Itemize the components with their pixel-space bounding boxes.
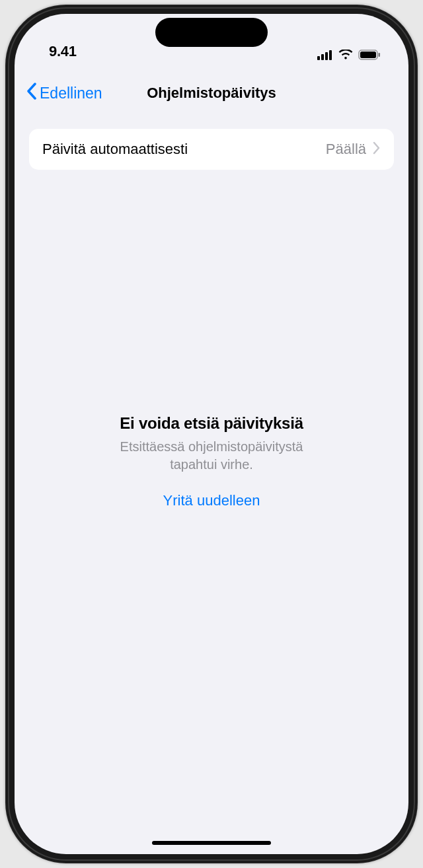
error-message: Etsittäessä ohjelmistopäivitystä tapahtu… [49, 438, 374, 474]
svg-rect-2 [325, 52, 328, 60]
auto-update-label: Päivitä automaattisesti [42, 141, 188, 158]
nav-bar: Edellinen Ohjelmistopäivitys [15, 73, 408, 113]
status-time: 9.41 [49, 43, 77, 60]
auto-update-value: Päällä [326, 141, 366, 158]
retry-button[interactable]: Yritä uudelleen [49, 492, 374, 509]
cellular-icon [317, 50, 333, 60]
battery-icon [358, 50, 381, 60]
svg-rect-0 [317, 56, 320, 60]
home-indicator[interactable] [152, 841, 271, 845]
screen: 9.41 [15, 14, 408, 854]
error-title: Ei voida etsiä päivityksiä [49, 414, 374, 433]
page-title: Ohjelmistopäivitys [147, 85, 276, 102]
back-button[interactable]: Edellinen [26, 83, 102, 104]
content-area: Päivitä automaattisesti Päällä Ei voida … [15, 113, 408, 854]
status-icons [317, 50, 381, 60]
chevron-right-icon [373, 141, 381, 157]
svg-rect-1 [321, 54, 324, 60]
svg-rect-3 [329, 50, 332, 60]
chevron-left-icon [26, 83, 37, 104]
error-section: Ei voida etsiä päivityksiä Etsittäessä o… [29, 414, 394, 509]
svg-rect-6 [379, 53, 381, 57]
back-label: Edellinen [40, 85, 102, 102]
svg-rect-5 [360, 52, 376, 58]
auto-update-row[interactable]: Päivitä automaattisesti Päällä [29, 129, 394, 170]
device-frame: 9.41 [5, 5, 418, 863]
wifi-icon [338, 50, 353, 60]
dynamic-island [155, 18, 268, 47]
